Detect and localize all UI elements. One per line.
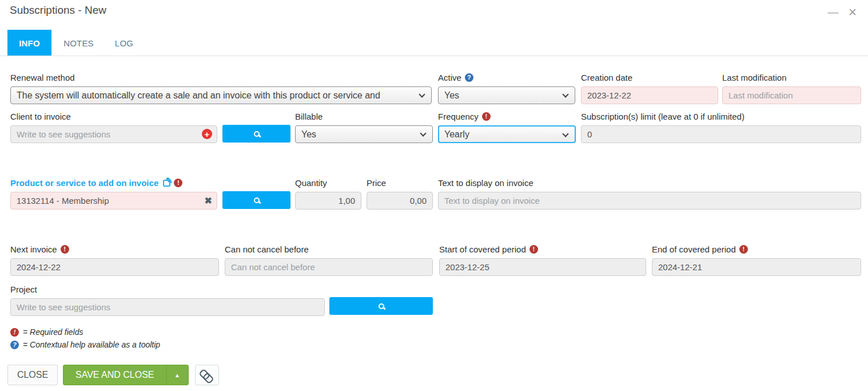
frequency-select[interactable]: Yearly: [438, 125, 576, 143]
required-icon: !: [174, 179, 182, 187]
active-select[interactable]: Yes: [438, 86, 575, 104]
tab-info[interactable]: INFO: [7, 30, 51, 56]
active-value: Yes: [444, 90, 459, 101]
tabs-divider: [0, 56, 868, 56]
minimize-icon[interactable]: —: [826, 5, 841, 19]
search-icon: [254, 131, 260, 137]
link-icon: [197, 365, 217, 385]
client-to-invoice-input[interactable]: [10, 125, 217, 143]
project-search-button[interactable]: [329, 297, 433, 315]
frequency-label: Frequency: [438, 112, 479, 121]
save-options-caret[interactable]: ▲: [166, 365, 188, 385]
price-label: Price: [367, 178, 386, 188]
legend-help-text: = Contextual help available as a tooltip: [23, 340, 160, 349]
save-and-close-label: SAVE AND CLOSE: [63, 365, 166, 385]
billable-select[interactable]: Yes: [295, 125, 433, 143]
next-invoice-label: Next invoice: [10, 244, 57, 254]
last-modification-label: Last modification: [722, 73, 787, 82]
renewal-method-label: Renewal method: [10, 73, 75, 82]
chevron-down-icon: [419, 91, 425, 97]
caret-up-icon: ▲: [174, 372, 180, 378]
invoice-text-input[interactable]: [438, 192, 861, 210]
close-button[interactable]: CLOSE: [7, 365, 58, 385]
client-search-button[interactable]: [222, 125, 290, 143]
project-input[interactable]: [10, 298, 325, 316]
legend-required-text: = Required fields: [23, 327, 83, 337]
edit-icon[interactable]: [163, 180, 170, 187]
product-search-button[interactable]: [222, 191, 290, 209]
product-label: Product or service to add on invoice: [10, 178, 158, 188]
last-modification-input[interactable]: [722, 86, 861, 104]
required-icon: !: [10, 328, 19, 337]
add-client-icon[interactable]: +: [202, 129, 212, 139]
project-label: Project: [10, 285, 37, 294]
chevron-down-icon: [420, 130, 426, 136]
required-icon: !: [482, 112, 491, 121]
next-invoice-input[interactable]: [10, 258, 219, 276]
covered-end-input[interactable]: [652, 258, 861, 276]
search-icon: [254, 198, 260, 203]
covered-end-label: End of covered period: [652, 244, 736, 254]
billable-label: Billable: [295, 112, 322, 121]
active-label: Active: [438, 73, 461, 82]
covered-start-label: Start of covered period: [439, 244, 526, 254]
search-icon: [379, 303, 384, 309]
chevron-down-icon: [562, 131, 568, 137]
close-icon[interactable]: ✕: [845, 5, 860, 19]
product-input[interactable]: [10, 192, 217, 210]
creation-date-input[interactable]: [581, 86, 718, 104]
client-to-invoice-label: Client to invoice: [10, 112, 71, 121]
invoice-text-label: Text to display on invoice: [438, 178, 533, 188]
subscriptions-limit-label: Subscription(s) limit (leave at 0 if unl…: [581, 112, 744, 121]
page-title: Subscriptions - New: [10, 4, 106, 17]
tab-notes[interactable]: NOTES: [60, 30, 97, 56]
required-icon: !: [739, 245, 748, 254]
chevron-down-icon: [562, 91, 568, 97]
renewal-method-value: The system will automatically create a s…: [17, 90, 380, 101]
cannot-cancel-input[interactable]: [225, 258, 433, 276]
quantity-label: Quantity: [295, 178, 327, 188]
help-icon[interactable]: ?: [465, 73, 473, 82]
copy-link-button[interactable]: [195, 365, 219, 385]
required-icon: !: [61, 245, 69, 254]
quantity-input[interactable]: [295, 192, 361, 210]
clear-icon[interactable]: ✖: [205, 196, 212, 206]
renewal-method-select[interactable]: The system will automatically create a s…: [10, 86, 432, 104]
creation-date-label: Creation date: [581, 73, 632, 82]
legend-required: ! = Required fields: [10, 327, 83, 337]
billable-value: Yes: [301, 129, 316, 140]
required-icon: !: [529, 245, 538, 254]
subscriptions-limit-input[interactable]: [581, 125, 861, 143]
tab-log[interactable]: LOG: [110, 30, 138, 56]
covered-start-input[interactable]: [439, 258, 646, 276]
help-icon: ?: [10, 341, 19, 349]
price-input[interactable]: [367, 192, 433, 210]
legend-help: ? = Contextual help available as a toolt…: [10, 340, 160, 349]
frequency-value: Yearly: [444, 129, 469, 140]
cannot-cancel-label: Can not cancel before: [225, 244, 309, 254]
save-and-close-button[interactable]: SAVE AND CLOSE ▲: [63, 365, 189, 385]
